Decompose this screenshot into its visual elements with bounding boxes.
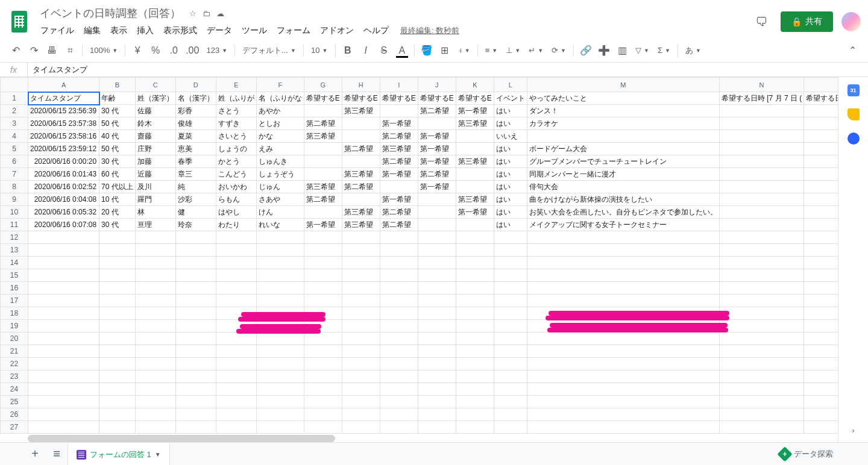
cell[interactable]: 沙彩 — [175, 193, 216, 206]
cell[interactable] — [175, 358, 216, 370]
cell[interactable] — [256, 282, 304, 295]
cell[interactable] — [456, 320, 494, 332]
cell[interactable]: 俳句大会 — [527, 181, 719, 193]
merge-button[interactable]: ⫞▼ — [454, 42, 474, 59]
cell[interactable] — [494, 345, 527, 358]
cell[interactable] — [342, 282, 380, 295]
cell[interactable]: 第二希望 — [380, 130, 418, 143]
cell[interactable] — [99, 370, 136, 383]
column-header-F[interactable]: F — [256, 78, 304, 92]
cell[interactable]: 第一希望 — [418, 130, 456, 143]
cell[interactable]: ダンス！ — [527, 105, 719, 117]
row-header[interactable]: 1 — [1, 92, 28, 105]
cell[interactable] — [494, 257, 527, 269]
cell[interactable] — [304, 295, 342, 307]
cell[interactable] — [418, 269, 456, 282]
cell[interactable] — [804, 117, 838, 130]
cell[interactable]: さとう — [216, 105, 256, 117]
cell[interactable]: 俊雄 — [175, 117, 216, 130]
row-header[interactable]: 21 — [1, 345, 28, 358]
cell[interactable] — [719, 117, 804, 130]
cell[interactable]: あやか — [256, 105, 304, 117]
cell[interactable] — [304, 105, 342, 117]
cell[interactable] — [216, 307, 256, 320]
cell[interactable]: 玲奈 — [175, 219, 216, 231]
cell[interactable] — [304, 383, 342, 396]
cell[interactable] — [135, 244, 175, 257]
cell[interactable] — [527, 358, 719, 370]
cell[interactable] — [342, 320, 380, 332]
cell[interactable] — [256, 332, 304, 345]
cell[interactable] — [804, 269, 838, 282]
cell[interactable]: 第二希望 — [304, 117, 342, 130]
cell[interactable]: 10 代 — [99, 193, 136, 206]
cell[interactable] — [28, 408, 99, 421]
cell[interactable]: 第一希望 — [380, 117, 418, 130]
row-header[interactable]: 24 — [1, 383, 28, 396]
fx-icon[interactable]: fx — [0, 63, 28, 76]
cell[interactable]: やってみたいこと — [527, 92, 719, 105]
row-header[interactable]: 17 — [1, 295, 28, 307]
cell[interactable] — [304, 206, 342, 219]
percent-button[interactable]: % — [147, 42, 164, 59]
cell[interactable]: 庄野 — [135, 143, 175, 155]
cell[interactable] — [456, 219, 494, 231]
cell[interactable]: 第一希望 — [380, 168, 418, 181]
halign-button[interactable]: ≡▼ — [482, 42, 502, 59]
cell[interactable] — [719, 408, 804, 421]
cell[interactable]: 姓（ふりが — [216, 92, 256, 105]
cell[interactable]: 第二希望 — [418, 105, 456, 117]
cell[interactable] — [342, 383, 380, 396]
row-header[interactable]: 22 — [1, 358, 28, 370]
last-edit[interactable]: 最終編集: 数秒前 — [400, 25, 459, 36]
cell[interactable]: 第三希望 — [304, 181, 342, 193]
cell[interactable] — [135, 231, 175, 244]
cell[interactable]: 希望する日時 [7 月 7 日 ( — [719, 92, 804, 105]
cell[interactable]: 第三希望 — [342, 219, 380, 231]
row-header[interactable]: 5 — [1, 143, 28, 155]
cell[interactable] — [135, 358, 175, 370]
row-header[interactable]: 15 — [1, 269, 28, 282]
cell[interactable] — [380, 231, 418, 244]
cell[interactable] — [175, 332, 216, 345]
cell[interactable] — [342, 421, 380, 434]
cell[interactable] — [175, 383, 216, 396]
cell[interactable] — [380, 257, 418, 269]
cell[interactable] — [418, 370, 456, 383]
side-panel-toggle[interactable]: › — [852, 426, 854, 435]
cell[interactable] — [304, 332, 342, 345]
cell[interactable] — [135, 320, 175, 332]
cell[interactable] — [380, 181, 418, 193]
cell[interactable]: ボードゲーム大会 — [527, 143, 719, 155]
cell[interactable] — [494, 295, 527, 307]
cell[interactable] — [494, 358, 527, 370]
cell[interactable]: 第一希望 — [456, 105, 494, 117]
cell[interactable] — [28, 307, 99, 320]
cell[interactable]: はい — [494, 117, 527, 130]
cell[interactable] — [256, 396, 304, 408]
cell[interactable] — [380, 295, 418, 307]
cell[interactable] — [719, 269, 804, 282]
cell[interactable] — [135, 269, 175, 282]
cell[interactable] — [804, 396, 838, 408]
rotate-button[interactable]: ⟳▼ — [548, 42, 570, 59]
borders-button[interactable]: ⊞ — [436, 42, 453, 59]
cell[interactable] — [456, 295, 494, 307]
cell[interactable] — [28, 358, 99, 370]
cell[interactable]: はい — [494, 181, 527, 193]
cell[interactable] — [216, 295, 256, 307]
cell[interactable] — [418, 332, 456, 345]
cell[interactable] — [804, 332, 838, 345]
cell[interactable]: 第三希望 — [380, 143, 418, 155]
cell[interactable]: 章三 — [175, 168, 216, 181]
link-button[interactable]: 🔗 — [577, 42, 594, 59]
text-color-button[interactable]: A — [394, 42, 410, 59]
cell[interactable]: 健 — [175, 206, 216, 219]
cell[interactable] — [456, 168, 494, 181]
cell[interactable] — [99, 332, 136, 345]
cell[interactable] — [804, 257, 838, 269]
cell[interactable]: しょうの — [216, 143, 256, 155]
cell[interactable]: 恵美 — [175, 143, 216, 155]
cell[interactable]: タイムスタンプ — [28, 92, 99, 105]
cell[interactable] — [494, 231, 527, 244]
